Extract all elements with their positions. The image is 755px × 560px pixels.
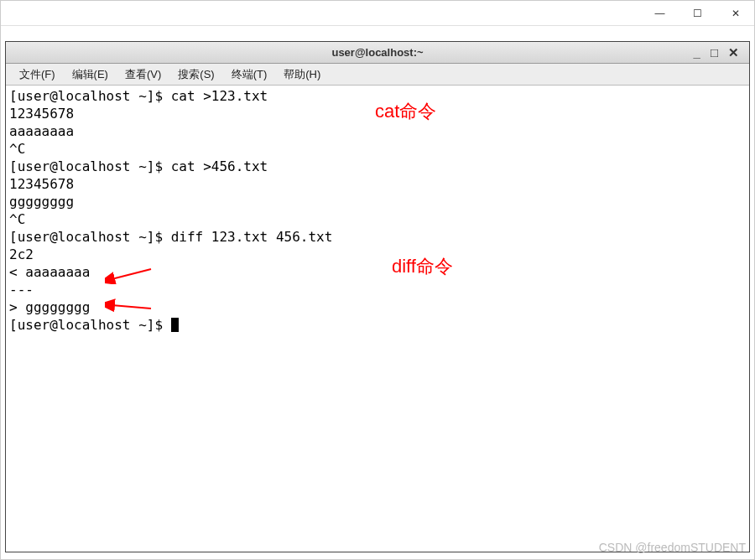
outer-window: — ☐ ✕ user@localhost:~ _ □ ✕ 文件(F) 编辑(E)… [0, 0, 755, 560]
terminal-minimize-button[interactable]: _ [694, 46, 700, 59]
terminal-body[interactable]: [user@localhost ~]$ cat >123.txt 1234567… [6, 86, 749, 552]
terminal-close-button[interactable]: ✕ [728, 46, 739, 59]
outer-window-controls: — ☐ ✕ [641, 1, 754, 25]
menu-edit[interactable]: 编辑(E) [64, 65, 117, 84]
terminal-line: ^C [9, 210, 746, 228]
arrow-icon [105, 266, 155, 284]
terminal-titlebar: user@localhost:~ _ □ ✕ [6, 42, 749, 64]
outer-titlebar: — ☐ ✕ [1, 1, 754, 26]
annotation-cat-label: cat命令 [375, 102, 436, 120]
menu-terminal[interactable]: 终端(T) [223, 65, 276, 84]
terminal-title: user@localhost:~ [331, 46, 423, 59]
terminal-window: user@localhost:~ _ □ ✕ 文件(F) 编辑(E) 查看(V)… [5, 41, 750, 552]
svg-line-1 [112, 269, 151, 279]
terminal-line: ^C [9, 140, 746, 158]
arrow-icon [105, 298, 155, 317]
outer-close-button[interactable]: ✕ [716, 1, 754, 26]
menu-help[interactable]: 帮助(H) [275, 65, 329, 84]
terminal-maximize-button[interactable]: □ [711, 46, 718, 59]
terminal-line: [user@localhost ~]$ cat >456.txt [9, 158, 746, 175]
terminal-line: aaaaaaaa [9, 122, 746, 140]
outer-maximize-button[interactable]: ☐ [679, 1, 716, 26]
terminal-line: 12345678 [9, 175, 746, 193]
menubar: 文件(F) 编辑(E) 查看(V) 搜索(S) 终端(T) 帮助(H) [6, 64, 749, 86]
annotation-diff-label: diff命令 [392, 257, 453, 275]
terminal-line: 2c2 [9, 246, 746, 263]
cursor-icon [171, 318, 179, 332]
menu-file[interactable]: 文件(F) [11, 65, 64, 84]
outer-minimize-button[interactable]: — [641, 1, 679, 26]
terminal-prompt: [user@localhost ~]$ [9, 317, 171, 333]
terminal-line: gggggggg [9, 193, 746, 210]
terminal-prompt-line: [user@localhost ~]$ [9, 316, 746, 334]
svg-line-3 [112, 305, 151, 309]
terminal-line: [user@localhost ~]$ diff 123.txt 456.txt [9, 228, 746, 246]
menu-search[interactable]: 搜索(S) [169, 65, 222, 84]
terminal-window-controls: _ □ ✕ [694, 42, 746, 63]
menu-view[interactable]: 查看(V) [117, 65, 169, 84]
watermark: CSDN @freedomSTUDENT [599, 541, 746, 554]
